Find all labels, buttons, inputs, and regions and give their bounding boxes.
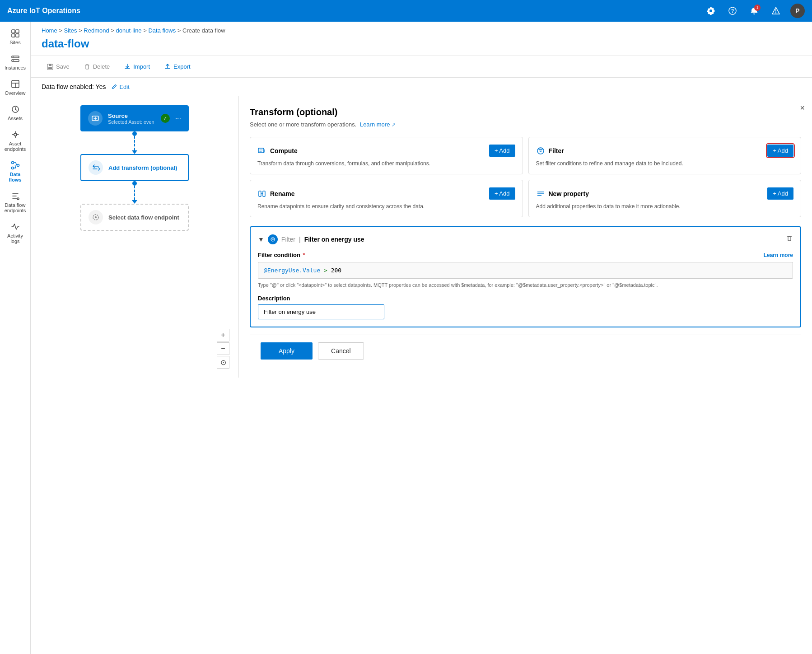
sidebar-item-assets[interactable]: Assets — [2, 101, 29, 125]
sidebar-item-data-flows[interactable]: Data flows — [2, 157, 29, 186]
connector-line-2 — [134, 186, 135, 200]
help-icon-btn[interactable]: ? — [725, 4, 740, 18]
connector-dot-1 — [132, 131, 137, 136]
main-layout: Sites Instances Overview — [0, 22, 812, 654]
breadcrumb-redmond[interactable]: Redmond — [84, 27, 109, 34]
endpoint-node-title: Select data flow endpoint — [108, 214, 181, 221]
app-title: Azure IoT Operations — [7, 7, 704, 15]
edit-label: Edit — [119, 84, 129, 90]
status-bar: Data flow enabled: Yes Edit — [31, 78, 812, 96]
breadcrumb-donut-line[interactable]: donut-line — [116, 27, 142, 34]
transform-node-box[interactable]: Add transform (optional) — [80, 154, 189, 181]
zoom-in-btn[interactable]: + — [217, 329, 229, 341]
notification-badge: 1 — [754, 5, 761, 11]
source-menu-btn[interactable]: ··· — [175, 114, 181, 122]
delete-label: Delete — [93, 63, 110, 70]
zoom-reset-btn[interactable]: ⊙ — [217, 356, 229, 369]
connector-1 — [132, 131, 137, 154]
user-avatar[interactable]: P — [790, 4, 805, 18]
filter-name: Filter on energy use — [304, 236, 364, 243]
instances-icon — [11, 54, 20, 63]
rename-icon — [257, 189, 266, 198]
source-node-box[interactable]: Source Selected Asset: oven ✓ ··· — [80, 105, 189, 131]
sidebar-item-sites[interactable]: Sites — [2, 25, 29, 49]
filter-header-left: ▼ Filter | Filter on energy use — [258, 234, 364, 244]
import-button[interactable]: Import — [119, 61, 155, 73]
op-card-filter-header: Filter + Add — [536, 145, 794, 157]
content-area: Home > Sites > Redmond > donut-line > Da… — [31, 22, 812, 654]
endpoint-node-text: Select data flow endpoint — [108, 214, 181, 221]
transform-node: Add transform (optional) — [80, 154, 189, 181]
new-property-desc: Add additional properties to data to mak… — [536, 203, 794, 210]
breadcrumb-home[interactable]: Home — [42, 27, 57, 34]
import-label: Import — [133, 63, 150, 70]
page-content: Home > Sites > Redmond > donut-line > Da… — [31, 22, 812, 654]
filter-condition-label-row: Filter condition * Learn more — [258, 252, 793, 258]
source-icon — [91, 114, 99, 122]
transform-panel: × Transform (optional) Select one or mor… — [238, 96, 812, 378]
sidebar-label-overview: Overview — [5, 90, 26, 96]
export-button[interactable]: Export — [159, 61, 196, 73]
sidebar-label-data-flows: Data flows — [4, 172, 27, 182]
filter-add-btn[interactable]: + Add — [767, 145, 793, 157]
source-check-icon: ✓ — [161, 114, 170, 123]
filter-separator: Filter — [281, 236, 295, 243]
op-card-compute: Compute + Add Transform data through con… — [250, 137, 523, 174]
filter-condition-input[interactable]: @EnergyUse.Value > 200 — [258, 262, 793, 279]
delete-icon — [84, 64, 90, 70]
breadcrumb-sep3: > — [111, 27, 116, 34]
settings-icon-btn[interactable] — [704, 4, 718, 18]
panel-close-button[interactable]: × — [800, 103, 805, 113]
filter-learn-more-link[interactable]: Learn more — [764, 252, 793, 258]
endpoint-node-box[interactable]: Select data flow endpoint — [80, 204, 189, 231]
alert-icon-btn[interactable] — [769, 4, 783, 18]
compute-add-btn[interactable]: + Add — [489, 145, 515, 157]
svg-point-9 — [13, 60, 14, 61]
description-label: Description — [258, 295, 793, 302]
zoom-out-btn[interactable]: − — [217, 342, 229, 355]
action-bar: Apply Cancel — [250, 335, 801, 367]
sidebar-item-instances[interactable]: Instances — [2, 51, 29, 74]
notification-icon-btn[interactable]: 1 — [747, 4, 761, 18]
breadcrumb-sep1: > — [59, 27, 64, 34]
sidebar-label-instances: Instances — [5, 65, 26, 70]
filter-delete-btn[interactable] — [786, 235, 793, 244]
new-property-icon — [536, 189, 545, 198]
learn-more-link-panel[interactable]: Learn more — [360, 121, 390, 128]
sidebar-item-asset-endpoints[interactable]: Asset endpoints — [2, 126, 29, 155]
cancel-button[interactable]: Cancel — [318, 342, 364, 360]
breadcrumb-sites[interactable]: Sites — [64, 27, 77, 34]
save-button[interactable]: Save — [42, 61, 75, 73]
svg-point-18 — [17, 198, 19, 200]
delete-button[interactable]: Delete — [79, 61, 116, 73]
rename-add-btn[interactable]: + Add — [489, 187, 515, 200]
source-node-title: Source — [108, 112, 155, 119]
sidebar-item-overview[interactable]: Overview — [2, 76, 29, 99]
op-grid: Compute + Add Transform data through con… — [250, 137, 801, 217]
sidebar-item-data-flow-endpoints[interactable]: Data flow endpoints — [2, 188, 29, 217]
op-card-compute-header: Compute + Add — [257, 145, 515, 157]
filter-section-icon — [268, 234, 278, 244]
filter-icon — [536, 146, 545, 155]
apply-button[interactable]: Apply — [261, 342, 313, 360]
export-label: Export — [173, 63, 191, 70]
filter-section: ▼ Filter | Filter on energy use — [250, 226, 801, 327]
edit-button[interactable]: Edit — [111, 84, 129, 90]
filter-chevron-icon[interactable]: ▼ — [258, 236, 264, 243]
new-property-add-btn[interactable]: + Add — [767, 187, 793, 200]
svg-rect-5 — [16, 34, 19, 37]
compute-icon — [257, 146, 266, 155]
help-icon: ? — [728, 7, 737, 15]
filter-body: Filter condition * Learn more @EnergyUse… — [258, 252, 793, 319]
page-title: data-flow — [31, 36, 812, 56]
description-input[interactable] — [258, 304, 384, 319]
endpoint-icon — [92, 213, 100, 221]
sidebar-label-asset-endpoints: Asset endpoints — [4, 141, 27, 152]
op-card-rename: Rename + Add Rename datapoints to ensure… — [250, 180, 523, 217]
import-icon — [124, 64, 131, 70]
sidebar-label-data-flow-endpoints: Data flow endpoints — [4, 202, 27, 213]
svg-rect-21 — [48, 67, 52, 69]
breadcrumb-data-flows[interactable]: Data flows — [148, 27, 176, 34]
zoom-controls: + − ⊙ — [217, 329, 229, 369]
sidebar-item-activity-logs[interactable]: Activity logs — [2, 219, 29, 248]
